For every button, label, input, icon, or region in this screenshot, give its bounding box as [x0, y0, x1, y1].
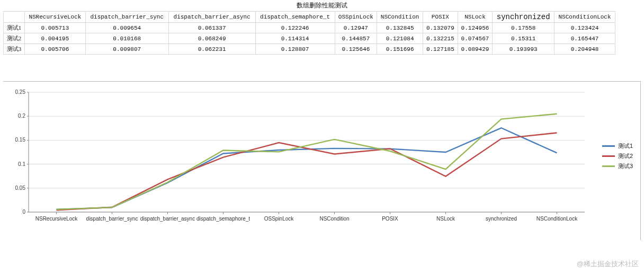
svg-text:NSCondition: NSCondition	[319, 216, 349, 222]
row-label: 测试2	[4, 33, 25, 44]
table-cell: 0.062231	[168, 44, 255, 55]
table-row: 测试30.0057060.0098070.0622310.1288070.125…	[4, 44, 615, 55]
legend-label: 测试1	[618, 142, 633, 150]
table-cell: 0.128807	[255, 44, 335, 55]
svg-text:synchronized: synchronized	[486, 216, 517, 222]
svg-text:NSRecursiveLock: NSRecursiveLock	[35, 216, 78, 222]
table-cell: 0.061337	[168, 23, 255, 33]
table-cell: 0.125646	[335, 44, 377, 55]
table-cell: 0.074567	[458, 33, 493, 44]
corner-cell	[4, 12, 25, 23]
row-label: 测试3	[4, 44, 25, 55]
table-cell: 0.004195	[25, 33, 86, 44]
table-cell: 0.17558	[493, 23, 554, 33]
table-cell: 0.068249	[168, 33, 255, 44]
col-header: POSIX	[423, 12, 458, 23]
data-table: NSRecursiveLockdispatch_barrier_syncdisp…	[3, 11, 615, 55]
svg-text:0.1: 0.1	[18, 161, 25, 167]
table-cell: 0.122246	[255, 23, 335, 33]
line-chart: 00.050.10.150.20.25NSRecursiveLockdispat…	[7, 89, 590, 232]
legend-label: 测试3	[618, 162, 633, 170]
table-cell: 0.124956	[458, 23, 493, 33]
svg-text:POSIX: POSIX	[382, 216, 398, 222]
table-cell: 0.127185	[423, 44, 458, 55]
svg-text:0.15: 0.15	[15, 137, 26, 143]
svg-text:0.05: 0.05	[15, 185, 26, 191]
table-row: 测试20.0041950.0101680.0682490.1143140.144…	[4, 33, 615, 44]
table-cell: 0.114314	[255, 33, 335, 44]
svg-text:NSLock: NSLock	[436, 216, 455, 222]
table-cell: 0.204948	[554, 44, 615, 55]
col-header: NSCondition	[377, 12, 423, 23]
table-cell: 0.12947	[335, 23, 377, 33]
table-cell: 0.121084	[377, 33, 423, 44]
table-cell: 0.132215	[423, 33, 458, 44]
table-cell: 0.15311	[493, 33, 554, 44]
table-cell: 0.151696	[377, 44, 423, 55]
table-cell: 0.089429	[458, 44, 493, 55]
table-cell: 0.132079	[423, 23, 458, 33]
col-header: NSLock	[458, 12, 493, 23]
table-header-row: NSRecursiveLockdispatch_barrier_syncdisp…	[4, 12, 615, 23]
svg-text:dispatch_barrier_sync: dispatch_barrier_sync	[86, 216, 138, 222]
legend-label: 测试2	[618, 152, 633, 160]
col-header: dispatch_barrier_sync	[85, 12, 168, 23]
svg-text:0.25: 0.25	[15, 89, 26, 95]
watermark: @稀土掘金技术社区	[577, 259, 639, 269]
table-cell: 0.165447	[554, 33, 615, 44]
table-cell: 0.005706	[25, 44, 86, 55]
svg-text:dispatch_semaphore_t: dispatch_semaphore_t	[196, 216, 250, 222]
table-cell: 0.009654	[85, 23, 168, 33]
chart-legend: 测试1 测试2 测试3	[602, 140, 633, 172]
legend-item-3: 测试3	[602, 162, 633, 170]
svg-text:0: 0	[22, 209, 25, 215]
page-title: 数组删除性能测试	[0, 0, 644, 10]
table-cell: 0.123424	[554, 23, 615, 33]
table-cell: 0.005713	[25, 23, 86, 33]
table-cell: 0.009807	[85, 44, 168, 55]
col-header: NSRecursiveLock	[25, 12, 86, 23]
col-header: NSConditionLock	[554, 12, 615, 23]
table-cell: 0.144857	[335, 33, 377, 44]
table-cell: 0.193993	[493, 44, 554, 55]
svg-text:dispatch_barrier_async: dispatch_barrier_async	[140, 216, 195, 222]
col-header: synchronized	[493, 12, 554, 23]
chart-container: 00.050.10.150.20.25NSRecursiveLockdispat…	[3, 81, 641, 240]
col-header: dispatch_barrier_async	[168, 12, 255, 23]
svg-text:NSConditionLock: NSConditionLock	[536, 216, 578, 222]
svg-text:0.2: 0.2	[18, 113, 25, 119]
table-cell: 0.132845	[377, 23, 423, 33]
legend-item-1: 测试1	[602, 142, 633, 150]
table-cell: 0.010168	[85, 33, 168, 44]
col-header: dispatch_semaphore_t	[255, 12, 335, 23]
table-row: 测试10.0057130.0096540.0613370.1222460.129…	[4, 23, 615, 33]
svg-text:OSSpinLock: OSSpinLock	[264, 216, 294, 222]
legend-item-2: 测试2	[602, 152, 633, 160]
col-header: OSSpinLock	[335, 12, 377, 23]
row-label: 测试1	[4, 23, 25, 33]
